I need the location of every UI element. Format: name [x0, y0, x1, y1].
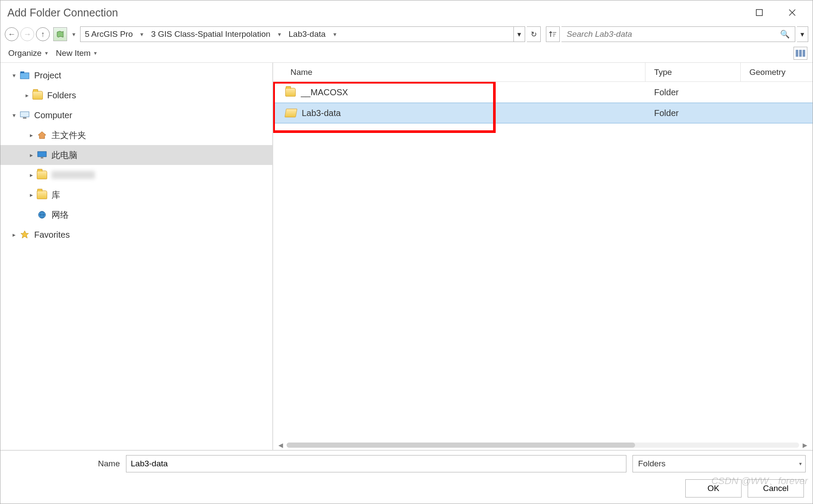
- forward-button[interactable]: →: [20, 27, 34, 41]
- tree-network[interactable]: 网络: [0, 205, 272, 225]
- column-type[interactable]: Type: [645, 63, 741, 81]
- search-input[interactable]: [567, 29, 777, 39]
- tree-favorites[interactable]: ▸Favorites: [0, 225, 272, 245]
- up-button[interactable]: ↑: [36, 27, 50, 41]
- button-row: OK Cancel: [7, 479, 806, 498]
- name-row: Name Folders▾: [7, 455, 806, 472]
- dialog-footer: Name Folders▾ OK Cancel: [0, 450, 813, 504]
- nav-toolbar: ← → ↑ ▾ 5 ArcGIS Pro ▾ 3 GIS Class-Spati…: [0, 25, 813, 44]
- folder-icon: [36, 171, 48, 179]
- breadcrumb-item-2[interactable]: 3 GIS Class-Spatial Interpolation: [147, 27, 275, 42]
- breadcrumb-bar: 5 ArcGIS Pro ▾ 3 GIS Class-Spatial Inter…: [80, 26, 525, 42]
- window-title: Add Folder Connection: [7, 6, 118, 19]
- svg-rect-8: [20, 73, 29, 79]
- dialog-body: ▾Project ▸Folders ▾Computer ▸主文件夹 ▸此电脑 ▸…: [0, 63, 813, 450]
- svg-marker-18: [21, 231, 29, 238]
- map-dropdown[interactable]: ▾: [69, 31, 78, 38]
- star-icon: [19, 230, 31, 239]
- back-button[interactable]: ←: [5, 27, 19, 41]
- scroll-right-icon[interactable]: ▶: [803, 442, 807, 449]
- filter-select[interactable]: Folders▾: [632, 455, 806, 472]
- tree-folders[interactable]: ▸Folders: [0, 85, 272, 105]
- network-icon: [36, 210, 48, 219]
- svg-rect-13: [38, 152, 46, 157]
- svg-rect-14: [41, 157, 43, 158]
- svg-rect-0: [756, 10, 762, 16]
- map-icon[interactable]: [53, 27, 67, 41]
- chevron-down-icon[interactable]: ▾: [137, 31, 147, 38]
- close-button[interactable]: [783, 6, 801, 19]
- window-controls: [750, 6, 806, 19]
- scroll-left-icon[interactable]: ◀: [278, 442, 283, 449]
- refresh-button[interactable]: ↻: [527, 26, 541, 42]
- maximize-button[interactable]: [750, 6, 768, 19]
- breadcrumb-more[interactable]: ▾: [513, 27, 525, 42]
- folder-icon: [36, 191, 48, 199]
- column-name[interactable]: Name: [273, 63, 645, 81]
- file-rows: __MACOSX Folder Lab3-data Folder: [273, 82, 813, 440]
- tree-thispc[interactable]: ▸此电脑: [0, 145, 272, 165]
- cancel-button[interactable]: Cancel: [748, 479, 804, 498]
- home-icon: [36, 131, 48, 139]
- svg-rect-11: [23, 117, 26, 119]
- new-item-button[interactable]: New Item ▾: [53, 47, 100, 60]
- scrollbar-thumb[interactable]: [287, 443, 635, 448]
- ok-button[interactable]: OK: [685, 479, 742, 498]
- folder-icon: [32, 91, 44, 100]
- organize-button[interactable]: Organize ▾: [6, 47, 51, 60]
- project-icon: [19, 71, 31, 80]
- name-label: Name: [7, 459, 120, 468]
- file-name: Lab3-data: [302, 108, 341, 118]
- title-bar: Add Folder Connection: [0, 0, 813, 25]
- name-input[interactable]: [126, 455, 626, 472]
- chevron-down-icon[interactable]: ▾: [275, 31, 284, 38]
- breadcrumb-item-1[interactable]: 5 ArcGIS Pro: [81, 27, 137, 42]
- computer-icon: [19, 111, 31, 120]
- tree-home[interactable]: ▸主文件夹: [0, 125, 272, 145]
- organize-toolbar: Organize ▾ New Item ▾: [0, 44, 813, 63]
- column-geometry[interactable]: Geometry: [741, 63, 813, 81]
- file-list-area: Name Type Geometry __MACOSX Folder Lab3-…: [273, 63, 813, 450]
- layout-columns-button[interactable]: [794, 47, 807, 60]
- monitor-icon: [36, 151, 48, 159]
- tree-project[interactable]: ▾Project: [0, 65, 272, 85]
- svg-rect-9: [20, 71, 24, 73]
- search-options-button[interactable]: ▾: [797, 26, 808, 42]
- svg-rect-10: [20, 112, 29, 117]
- file-row-lab3data[interactable]: Lab3-data Folder: [273, 103, 813, 123]
- breadcrumb-item-3[interactable]: Lab3-data: [284, 27, 330, 42]
- horizontal-scrollbar[interactable]: ◀ ▶: [273, 440, 813, 450]
- search-box: 🔍: [561, 26, 795, 42]
- file-type: Folder: [645, 87, 741, 97]
- folder-open-icon: [285, 109, 297, 117]
- file-row-macosx[interactable]: __MACOSX Folder: [273, 82, 813, 103]
- folder-tree: ▾Project ▸Folders ▾Computer ▸主文件夹 ▸此电脑 ▸…: [0, 63, 273, 450]
- tree-blurred-item[interactable]: ▸: [0, 165, 272, 185]
- column-headers: Name Type Geometry: [273, 63, 813, 82]
- file-name: __MACOSX: [301, 87, 348, 97]
- chevron-down-icon: ▾: [799, 461, 802, 467]
- search-icon[interactable]: 🔍: [780, 29, 790, 39]
- folder-icon: [285, 88, 296, 97]
- chevron-down-icon[interactable]: ▾: [330, 31, 339, 38]
- tree-computer[interactable]: ▾Computer: [0, 105, 272, 125]
- file-type: Folder: [645, 108, 741, 118]
- svg-marker-3: [57, 31, 63, 37]
- tree-libraries[interactable]: ▸库: [0, 185, 272, 205]
- svg-marker-12: [38, 132, 46, 139]
- sort-button[interactable]: [546, 26, 560, 42]
